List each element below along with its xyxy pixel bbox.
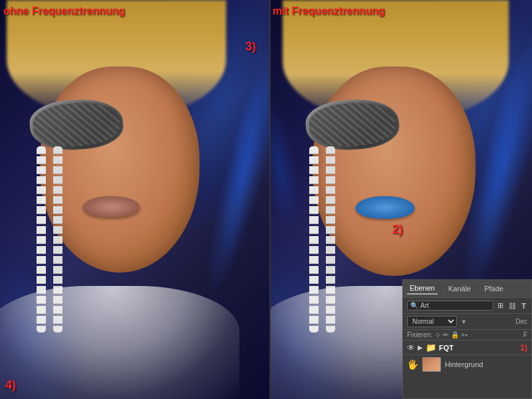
face-skin-right [313, 66, 475, 276]
hand-icon: 🖐 [407, 359, 418, 370]
layer-search-box[interactable]: 🔍 [407, 301, 493, 311]
fix-label: Fixieren: [407, 331, 432, 338]
lock-pos-icon[interactable]: ⊹ [435, 331, 440, 338]
layer-background-name: Hintergrund [445, 360, 483, 368]
collar-left [0, 286, 239, 399]
layer-search-input[interactable] [420, 302, 460, 309]
layer-fqt-name: FQT [439, 344, 517, 352]
layer-background[interactable]: 🖐 Hintergrund [403, 355, 531, 374]
folder-icon: 📁 [426, 342, 436, 352]
brush-fix-icon[interactable]: ✏ [443, 331, 448, 338]
layer-expand-icon[interactable]: ▶ [418, 344, 423, 351]
layer-visibility-icon[interactable]: 👁 [407, 343, 415, 352]
label-2-right: 2) [392, 223, 403, 237]
title-left: ohne Frequenztrennung [3, 5, 125, 17]
chain-icon[interactable]: ⛓ [507, 301, 517, 311]
photo-left-panel: ohne Frequenztrennung 3) 4) [0, 0, 269, 399]
lips-left [83, 196, 140, 217]
fill-label: F [523, 331, 527, 338]
face-skin-left [40, 66, 200, 273]
lips-right [356, 196, 414, 219]
tab-pfade[interactable]: Pfade [481, 283, 506, 294]
tab-kanaele[interactable]: Kanäle [446, 283, 473, 294]
title-right: mit Frequenztrennung [273, 5, 385, 17]
panel-divider [269, 0, 271, 399]
opacity-label: Dec [515, 318, 527, 325]
key-icon[interactable]: 🗝 [462, 331, 468, 338]
layer-thumbnail [422, 357, 441, 372]
blend-mode-select[interactable]: Normal [407, 316, 457, 327]
layer-fqt[interactable]: 👁 ▶ 📁 FQT 1) [403, 340, 531, 355]
search-icon: 🔍 [410, 302, 418, 309]
photoshop-panel: Ebenen Kanäle Pfade 🔍 ⊞ ⛓ T Normal ▼ [402, 279, 532, 399]
text-icon[interactable]: T [520, 301, 527, 311]
lock-icon[interactable]: 🔒 [451, 331, 459, 338]
layer-search-toolbar: 🔍 ⊞ ⛓ T [403, 298, 531, 314]
tab-ebenen[interactable]: Ebenen [407, 283, 438, 295]
panel-tabs-header: Ebenen Kanäle Pfade [403, 280, 531, 298]
blend-dropdown-icon: ▼ [461, 319, 467, 325]
photo-right-panel: mit Frequenztrennung 2) Ebenen Kanäle Pf… [269, 0, 532, 399]
blend-mode-row: Normal ▼ Dec [403, 314, 531, 330]
grid-icon[interactable]: ⊞ [496, 301, 505, 311]
layer-fqt-number: 1) [520, 343, 527, 352]
main-container: ohne Frequenztrennung 3) 4) mit Frequenz… [0, 0, 532, 399]
label-3-left: 3) [245, 40, 256, 54]
fix-row: Fixieren: ⊹ ✏ 🔒 🗝 F [403, 330, 531, 340]
label-4-left: 4) [5, 378, 16, 392]
